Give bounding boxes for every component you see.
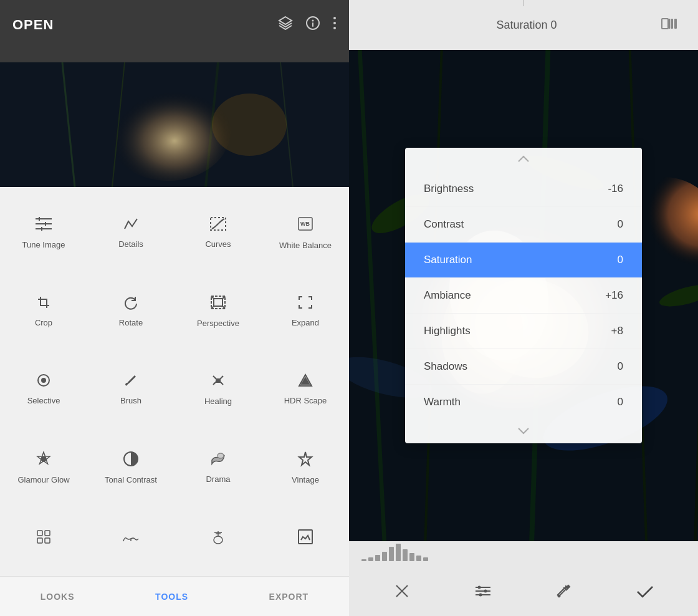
shadows-label: Shadows: [424, 360, 467, 373]
adjustment-contrast[interactable]: Contrast0: [405, 207, 642, 243]
svg-rect-27: [216, 378, 221, 383]
scroll-down-arrow[interactable]: [405, 420, 642, 443]
histogram-bar-3: [382, 552, 387, 561]
svg-point-69: [478, 586, 481, 589]
tool-expand[interactable]: Expand: [262, 272, 349, 350]
drama-icon: [209, 451, 227, 469]
compare-icon[interactable]: [661, 16, 679, 34]
adjustment-saturation[interactable]: Saturation0: [405, 243, 642, 278]
magic-wand-button[interactable]: [548, 575, 580, 607]
right-bottom: [349, 541, 698, 616]
ambiance-label: Ambiance: [424, 289, 471, 302]
left-panel: OPEN: [0, 0, 349, 616]
tool-curves[interactable]: Curves: [174, 193, 262, 272]
tool-guitar[interactable]: [174, 506, 262, 570]
tool-selective[interactable]: Selective: [0, 350, 87, 428]
tool-glamour-glow[interactable]: Glamour Glow: [0, 428, 87, 506]
svg-marker-0: [279, 17, 292, 24]
bottom-nav: LOOKSTOOLSEXPORT: [0, 576, 349, 616]
scroll-up-arrow[interactable]: [405, 148, 642, 171]
histogram-bar-2: [375, 555, 380, 561]
nav-tools[interactable]: TOOLS: [143, 585, 201, 608]
tool-mustache[interactable]: [87, 506, 174, 570]
grid-filter-icon: [36, 529, 52, 548]
nav-export[interactable]: EXPORT: [257, 585, 322, 608]
divider: [523, 0, 524, 6]
saturation-value: 0: [618, 254, 623, 266]
brush-label: Brush: [120, 396, 141, 406]
healing-icon: [209, 372, 227, 392]
glamour-glow-icon: [36, 451, 52, 470]
svg-point-70: [484, 590, 487, 593]
tool-grid-filter[interactable]: [0, 506, 87, 570]
adjustment-highlights[interactable]: Highlights+8: [405, 314, 642, 349]
expand-label: Expand: [292, 318, 319, 328]
details-icon: [123, 217, 138, 234]
info-icon[interactable]: [305, 16, 320, 34]
tonal-contrast-icon: [123, 451, 139, 470]
more-icon[interactable]: [333, 16, 337, 34]
adjust-sliders-button[interactable]: [467, 575, 499, 607]
svg-point-71: [479, 594, 482, 597]
tune-image-icon: [34, 216, 53, 235]
svg-rect-38: [45, 538, 50, 543]
tool-crop[interactable]: Crop: [0, 272, 87, 350]
tool-hdr-scape[interactable]: HDR Scape: [262, 350, 349, 428]
tool-tonal-contrast[interactable]: Tonal Contrast: [87, 428, 174, 506]
histogram-bar-8: [416, 556, 421, 561]
open-button[interactable]: OPEN: [12, 17, 54, 33]
header-icons: [278, 16, 337, 34]
rotate-icon: [123, 295, 139, 313]
highlights-label: Highlights: [424, 325, 471, 337]
histogram-bar-7: [409, 553, 414, 561]
drama-label: Drama: [206, 474, 230, 484]
perspective-icon: [209, 294, 227, 314]
ambiance-value: +16: [605, 289, 623, 302]
photo-preview: [0, 62, 349, 187]
svg-rect-47: [674, 19, 677, 29]
cancel-button[interactable]: [386, 575, 418, 607]
nav-looks[interactable]: LOOKS: [28, 585, 87, 608]
tool-white-balance[interactable]: WB White Balance: [262, 193, 349, 272]
tool-tune-image[interactable]: Tune Image: [0, 193, 87, 272]
right-image-area: Brightness-16Contrast0Saturation0Ambianc…: [349, 50, 698, 541]
tool-photo-frame[interactable]: [262, 506, 349, 570]
svg-point-26: [42, 378, 45, 382]
tool-vintage[interactable]: Vintage: [262, 428, 349, 506]
brightness-value: -16: [608, 183, 623, 195]
histogram-bar-1: [368, 557, 373, 561]
svg-rect-24: [214, 299, 222, 306]
right-panel: Saturation 0: [349, 0, 698, 616]
photo-frame-icon: [297, 529, 313, 548]
left-header: OPEN: [0, 0, 349, 50]
adjustment-brightness[interactable]: Brightness-16: [405, 171, 642, 207]
rotate-label: Rotate: [119, 318, 143, 328]
adjustments-dropdown: Brightness-16Contrast0Saturation0Ambianc…: [405, 148, 642, 443]
svg-point-13: [212, 94, 287, 156]
svg-rect-35: [37, 531, 42, 536]
crop-label: Crop: [35, 318, 52, 328]
right-header: Saturation 0: [349, 0, 698, 50]
histogram-bar-5: [396, 544, 401, 561]
confirm-button[interactable]: [629, 575, 661, 607]
vintage-icon: [297, 451, 313, 470]
tool-perspective[interactable]: Perspective: [174, 272, 262, 350]
tool-details[interactable]: Details: [87, 193, 174, 272]
curves-icon: [209, 216, 227, 234]
adjustment-warmth[interactable]: Warmth0: [405, 385, 642, 420]
tool-drama[interactable]: Drama: [174, 428, 262, 506]
tool-healing[interactable]: Healing: [174, 350, 262, 428]
adjustment-ambiance[interactable]: Ambiance+16: [405, 278, 642, 314]
layers-icon[interactable]: [278, 16, 293, 34]
adjustment-shadows[interactable]: Shadows0: [405, 349, 642, 385]
shadows-value: 0: [618, 360, 623, 373]
svg-point-31: [41, 456, 46, 461]
tool-brush[interactable]: Brush: [87, 350, 174, 428]
svg-point-39: [214, 536, 222, 544]
histogram-bar-9: [423, 557, 428, 561]
tools-grid: Tune Image Details Curves WB White Balan…: [0, 187, 349, 576]
tool-rotate[interactable]: Rotate: [87, 272, 174, 350]
svg-point-5: [333, 22, 336, 24]
svg-rect-46: [671, 19, 673, 29]
healing-label: Healing: [204, 397, 232, 407]
